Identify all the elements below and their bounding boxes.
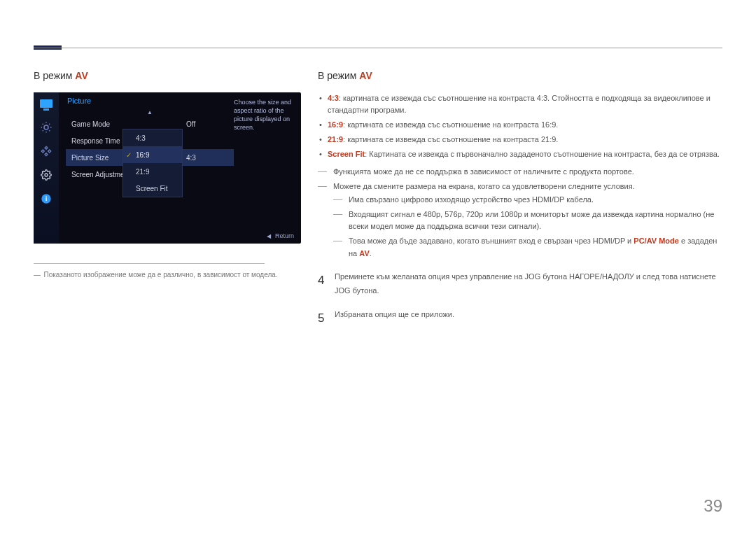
- dash-item: Можете да смените размера на екрана, ког…: [318, 181, 722, 259]
- popup-option-selected: 16:9: [123, 146, 182, 163]
- right-heading-em: AV: [359, 70, 372, 81]
- page-number: 39: [704, 496, 722, 516]
- nested-post: .: [370, 249, 372, 258]
- svg-point-0: [44, 125, 48, 129]
- gear-icon: [39, 168, 53, 182]
- osd-popup: 4:3 16:9 21:9 Screen Fit: [122, 129, 183, 197]
- right-column: В режим AV 4:3: картината се извежда със…: [318, 70, 722, 330]
- step-text: Избраната опция ще се приложи.: [335, 307, 454, 329]
- move-icon: [39, 144, 53, 158]
- nested-pre: Това може да бъде задавано, когато външн…: [349, 237, 634, 245]
- triangle-left-icon: ◀: [267, 233, 271, 239]
- step-text: Преминете към желаната опция чрез управл…: [335, 269, 722, 298]
- footnote-rule: [34, 263, 265, 264]
- nested-dash-item: Има свързано цифрово изходящо устройство…: [333, 194, 722, 206]
- chevron-up-icon: ▲: [66, 109, 234, 115]
- bullet-item: 21:9: картината се извежда със съотношен…: [318, 134, 722, 146]
- info-icon: i: [39, 192, 53, 206]
- left-heading-prefix: В режим: [34, 70, 75, 81]
- bullet-em: 21:9: [328, 135, 343, 143]
- page-content: В режим AV i Picture ▲: [34, 70, 722, 330]
- osd-screenshot: i Picture ▲ Game Mode Off Response Time …: [34, 92, 301, 244]
- sun-icon: [39, 120, 53, 134]
- left-heading-em: AV: [75, 70, 88, 81]
- step-number: 4: [318, 269, 335, 298]
- osd-row-value: Off: [186, 120, 228, 128]
- header-rule: [34, 48, 722, 48]
- bullet-text: : картината се извежда със съотношение н…: [328, 94, 710, 114]
- osd-return: ◀Return: [267, 232, 294, 239]
- bullet-item: 16:9: картината се извежда със съотношен…: [318, 119, 722, 131]
- svg-text:i: i: [46, 195, 48, 202]
- bullet-em: 16:9: [328, 120, 343, 129]
- return-label: Return: [275, 232, 294, 239]
- bullet-text: : картината се извежда със съотношение н…: [343, 135, 558, 143]
- left-heading: В режим AV: [34, 70, 314, 81]
- footnote: ―Показаното изображение може да е различ…: [34, 271, 314, 279]
- osd-row-label: Game Mode: [71, 120, 186, 128]
- bullet-em: 4:3: [328, 94, 339, 102]
- nested-em: PC/AV Mode: [634, 237, 679, 245]
- dash-item: Функцията може да не се поддържа в завис…: [318, 166, 722, 178]
- right-heading: В режим AV: [318, 70, 722, 81]
- nested-em2: AV: [359, 249, 369, 258]
- osd-help-text: Choose the size and aspect ratio of the …: [234, 98, 294, 132]
- right-heading-prefix: В режим: [318, 70, 359, 81]
- popup-option: 4:3: [123, 129, 182, 146]
- bullet-text: : Картината се извежда с първоначално за…: [365, 150, 720, 158]
- step-number: 5: [318, 307, 335, 329]
- nested-dash-list: Има свързано цифрово изходящо устройство…: [333, 194, 722, 259]
- bullet-em: Screen Fit: [328, 150, 365, 158]
- popup-option: 21:9: [123, 163, 182, 180]
- bullet-text: : картината се извежда със съотношение н…: [343, 120, 558, 129]
- footnote-text: Показаното изображение може да е различн…: [44, 271, 278, 279]
- left-column: В режим AV i Picture ▲: [34, 70, 314, 330]
- svg-point-1: [45, 174, 48, 176]
- osd-row-value: 4:3: [186, 154, 228, 162]
- popup-option: Screen Fit: [123, 180, 182, 197]
- step-4: 4 Преминете към желаната опция чрез упра…: [318, 269, 722, 298]
- step-5: 5 Избраната опция ще се приложи.: [318, 307, 722, 329]
- osd-sidebar: i: [34, 92, 59, 244]
- bullet-item: 4:3: картината се извежда със съотношени…: [318, 92, 722, 116]
- bullet-item: Screen Fit: Картината се извежда с първо…: [318, 148, 722, 160]
- nested-dash-item: Входящият сигнал е 480p, 576p, 720p или …: [333, 209, 722, 232]
- footnote-dash: ―: [34, 271, 41, 279]
- nested-dash-item: Това може да бъде задавано, когато външн…: [333, 235, 722, 259]
- monitor-icon: [39, 97, 53, 111]
- bullet-list: 4:3: картината се извежда със съотношени…: [318, 92, 722, 160]
- dash-text: Можете да смените размера на екрана, ког…: [333, 182, 635, 190]
- dash-list: Функцията може да не се поддържа в завис…: [318, 166, 722, 259]
